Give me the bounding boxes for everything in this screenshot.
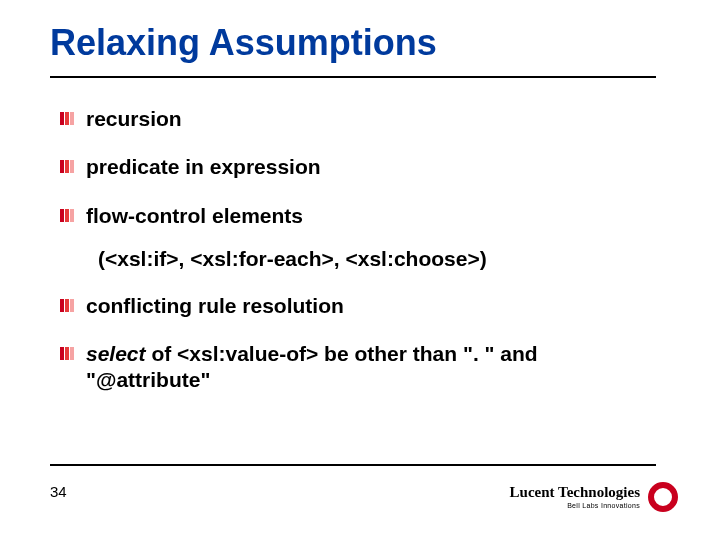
page-number: 34: [50, 483, 67, 500]
bullet-text-emph: select: [86, 342, 146, 365]
bullet-item-conflicting: conflicting rule resolution: [60, 293, 660, 319]
brand-text: Lucent Technologies Bell Labs Innovation…: [510, 485, 640, 509]
bullet-icon: [60, 347, 75, 360]
bullet-icon: [60, 299, 75, 312]
brand-tagline: Bell Labs Innovations: [510, 502, 640, 509]
bullet-subtext-flow-control: (<xsl:if>, <xsl:for-each>, <xsl:choose>): [60, 247, 660, 271]
bullet-text: conflicting rule resolution: [86, 294, 344, 317]
bullet-text-rest: of <xsl:value-of> be other than ". " and…: [86, 342, 538, 391]
slide-body: recursion predicate in expression flow-c…: [60, 106, 660, 416]
bullet-text: predicate in expression: [86, 155, 321, 178]
brand-name: Lucent Technologies: [510, 485, 640, 500]
bullet-text: flow-control elements: [86, 204, 303, 227]
bullet-icon: [60, 112, 75, 125]
bullet-item-select: select of <xsl:value-of> be other than "…: [60, 341, 660, 394]
bullet-item-predicate: predicate in expression: [60, 154, 660, 180]
bullet-item-flow-control: flow-control elements: [60, 203, 660, 229]
bullet-icon: [60, 160, 75, 173]
bullet-icon: [60, 209, 75, 222]
slide: Relaxing Assumptions recursion predicate…: [0, 0, 720, 540]
title-divider: [50, 76, 656, 78]
brand-block: Lucent Technologies Bell Labs Innovation…: [510, 482, 678, 512]
footer-divider: [50, 464, 656, 466]
ring-icon: [648, 482, 678, 512]
bullet-item-recursion: recursion: [60, 106, 660, 132]
bullet-text: select of <xsl:value-of> be other than "…: [86, 342, 538, 391]
slide-title: Relaxing Assumptions: [50, 22, 437, 64]
bullet-text: recursion: [86, 107, 182, 130]
